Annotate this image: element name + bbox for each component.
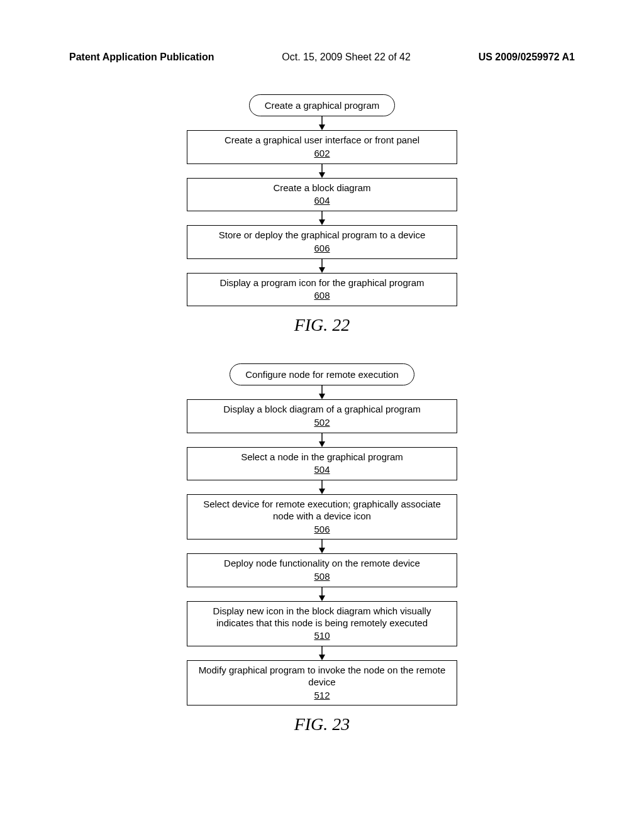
header-mid: Oct. 15, 2009 Sheet 22 of 42 <box>282 52 411 63</box>
step-box: Select a node in the graphical program 5… <box>187 447 457 481</box>
step-ref: 508 <box>194 571 450 583</box>
svg-marker-5 <box>319 219 325 225</box>
terminator-fig22: Create a graphical program <box>249 94 396 116</box>
figure-23: Configure node for remote execution Disp… <box>187 363 457 734</box>
svg-marker-3 <box>319 172 325 178</box>
step-box: Store or deploy the graphical program to… <box>187 225 457 259</box>
step-text: Store or deploy the graphical program to… <box>219 230 426 240</box>
arrow-icon <box>187 116 457 130</box>
step-ref: 602 <box>194 148 450 160</box>
step-text: Select a node in the graphical program <box>241 451 403 462</box>
figure-caption-23: FIG. 23 <box>187 714 457 734</box>
step-ref: 608 <box>194 290 450 302</box>
svg-marker-17 <box>319 595 325 601</box>
svg-marker-9 <box>319 394 325 399</box>
svg-marker-19 <box>319 655 325 660</box>
step-box: Create a graphical user interface or fro… <box>187 130 457 164</box>
arrow-icon <box>187 385 457 399</box>
svg-marker-7 <box>319 267 325 273</box>
arrow-icon <box>187 480 457 494</box>
step-box: Display a block diagram of a graphical p… <box>187 399 457 433</box>
step-ref: 502 <box>194 417 450 429</box>
svg-marker-11 <box>319 441 325 447</box>
step-ref: 606 <box>194 243 450 255</box>
svg-marker-1 <box>319 124 325 130</box>
step-text: Deploy node functionality on the remote … <box>224 558 420 568</box>
arrow-icon <box>187 259 457 273</box>
svg-marker-15 <box>319 548 325 553</box>
step-box: Deploy node functionality on the remote … <box>187 553 457 587</box>
step-ref: 504 <box>194 464 450 476</box>
arrow-icon <box>187 587 457 601</box>
step-text: Select device for remote execution; grap… <box>203 499 441 521</box>
step-box: Modify graphical program to invoke the n… <box>187 660 457 706</box>
arrow-icon <box>187 164 457 178</box>
step-ref: 506 <box>194 524 450 536</box>
arrow-icon <box>187 433 457 447</box>
step-text: Modify graphical program to invoke the n… <box>199 665 446 687</box>
step-text: Display a block diagram of a graphical p… <box>223 404 420 414</box>
step-text: Display a program icon for the graphical… <box>219 277 424 288</box>
arrow-icon <box>187 540 457 553</box>
step-box: Display a program icon for the graphical… <box>187 273 457 307</box>
step-text: Create a graphical user interface or fro… <box>225 135 419 145</box>
step-text: Display new icon in the block diagram wh… <box>213 606 431 628</box>
header-right: US 2009/0259972 A1 <box>479 52 575 63</box>
step-box: Display new icon in the block diagram wh… <box>187 601 457 646</box>
step-ref: 512 <box>194 690 450 702</box>
step-box: Select device for remote execution; grap… <box>187 494 457 540</box>
arrow-icon <box>187 211 457 225</box>
header-left: Patent Application Publication <box>69 52 214 63</box>
step-text: Create a block diagram <box>273 182 370 193</box>
figure-22: Create a graphical program Create a grap… <box>187 94 457 335</box>
step-box: Create a block diagram 604 <box>187 178 457 212</box>
svg-marker-13 <box>319 489 325 494</box>
page-header: Patent Application Publication Oct. 15, … <box>0 52 644 63</box>
terminator-fig23: Configure node for remote execution <box>230 363 414 385</box>
figure-caption-22: FIG. 22 <box>187 315 457 335</box>
step-ref: 604 <box>194 195 450 207</box>
arrow-icon <box>187 646 457 660</box>
step-ref: 510 <box>194 630 450 642</box>
